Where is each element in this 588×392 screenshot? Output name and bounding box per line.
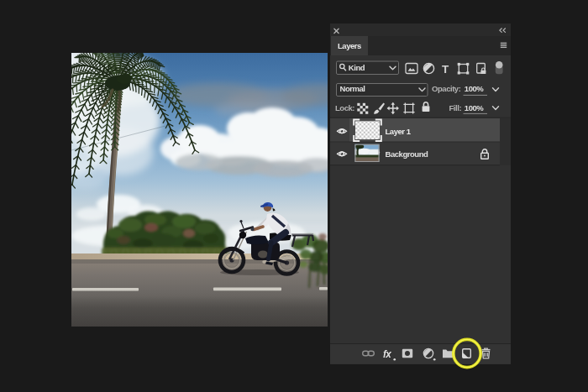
svg-text:T: T — [442, 63, 449, 76]
svg-text:Fill:: Fill: — [449, 103, 462, 112]
svg-text:Kind: Kind — [349, 63, 365, 72]
svg-text:Normal: Normal — [340, 84, 365, 93]
svg-text:fx: fx — [383, 348, 391, 360]
svg-text:Opacity:: Opacity: — [432, 84, 461, 93]
svg-text:Layers: Layers — [338, 41, 361, 50]
svg-text:100%: 100% — [465, 84, 485, 93]
svg-text:Background: Background — [386, 149, 429, 159]
svg-text:Lock:: Lock: — [335, 103, 354, 112]
svg-text:Layer 1: Layer 1 — [386, 127, 412, 136]
svg-text:100%: 100% — [465, 103, 485, 112]
